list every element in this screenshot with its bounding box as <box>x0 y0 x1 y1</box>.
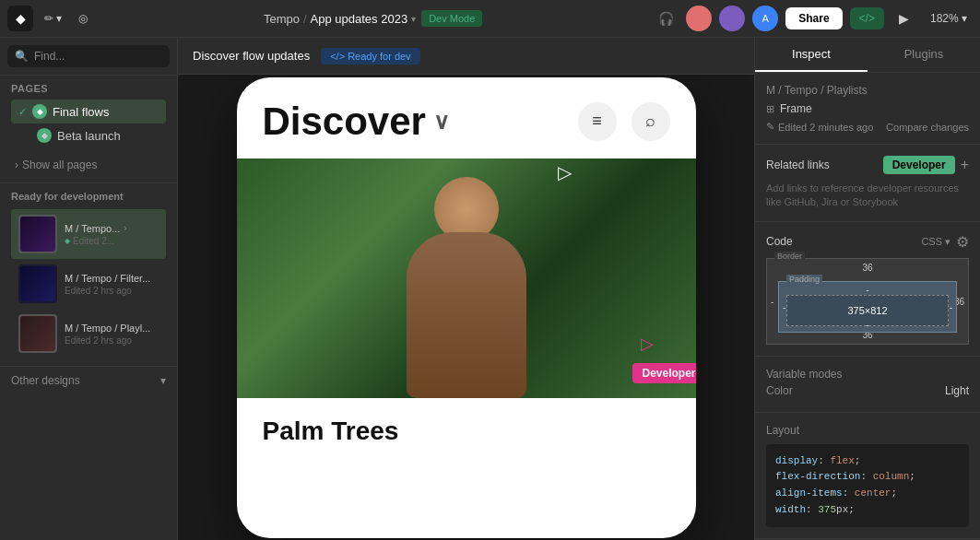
tab-plugins[interactable]: Plugins <box>868 38 980 72</box>
canvas: Discover flow updates </> Ready for dev … <box>178 38 754 540</box>
phone-search-button: ⌕ <box>632 102 670 141</box>
related-links-actions: Developer + <box>883 156 969 174</box>
phone-icons: ≡ ⌕ <box>578 102 670 141</box>
breadcrumb-sep1: / <box>303 12 307 26</box>
ready-for-dev-section: Ready for development M / Tempo... › ◆ E… <box>0 182 177 366</box>
flow-sub-0: ◆ Edited 2... <box>65 236 159 246</box>
other-designs-label: Other designs <box>11 374 80 387</box>
code-line-2: align-items: center; <box>775 486 960 502</box>
color-mode-label: Color <box>766 384 793 397</box>
search-box[interactable]: 🔍 Find... <box>7 45 170 67</box>
code-section: Code CSS ▾ ⚙ Border 36 36 36 - Padding <box>755 222 980 357</box>
flow-item-2[interactable]: M / Tempo / Playl... Edited 2 hrs ago <box>11 309 166 358</box>
check-icon: ✓ <box>18 106 27 118</box>
layout-title: Layout <box>766 424 969 437</box>
related-links-title: Related links <box>766 158 830 171</box>
compare-changes-link[interactable]: Compare changes <box>886 122 969 133</box>
padding-label: Padding <box>786 275 822 284</box>
plugins-dropdown[interactable]: ◎ <box>73 8 93 29</box>
variable-modes-title-row: Variable modes <box>766 368 969 381</box>
edited-row: ✎ Edited 2 minutes ago Compare changes <box>766 121 969 133</box>
related-links-header: Related links Developer + <box>766 156 969 174</box>
tools-dropdown-arrow: ▾ <box>56 12 62 25</box>
related-links-section: Related links Developer + Add links to r… <box>755 145 980 222</box>
flow-title-0: M / Tempo... <box>65 223 120 234</box>
zoom-level[interactable]: 182% ▾ <box>925 8 973 29</box>
flow-title-2: M / Tempo / Playl... <box>65 323 159 334</box>
panel-tabs: Inspect Plugins <box>755 38 980 73</box>
page-item-final-flows[interactable]: ✓ ◆ Final flows <box>11 100 166 123</box>
headphones-button[interactable]: 🎧 <box>653 6 679 31</box>
code-button[interactable]: </> <box>850 7 884 29</box>
flow-info-0: M / Tempo... › ◆ Edited 2... <box>65 223 159 246</box>
sidebar: 🔍 Find... Pages ✓ ◆ Final flows ◆ Beta l… <box>0 38 178 540</box>
show-all-arrow: › <box>15 158 18 171</box>
search-circle-icon: ◎ <box>78 12 88 25</box>
flow-info-1: M / Tempo / Filter... Edited 2 hrs ago <box>65 273 159 296</box>
flow-sub-icon-0: ◆ <box>65 237 70 245</box>
flow-item-1[interactable]: M / Tempo / Filter... Edited 2 hrs ago <box>11 259 166 309</box>
phone-bottom: Palm Trees <box>237 398 696 464</box>
phone-filter-button: ≡ <box>578 102 617 141</box>
code-label: Code <box>766 235 793 248</box>
developer-tab-highlight[interactable]: Developer <box>883 156 955 174</box>
flow-subtitle-2: Edited 2 hrs ago <box>65 335 132 346</box>
border-label: Border <box>774 252 805 261</box>
tools-dropdown[interactable]: ✏ ▾ <box>39 8 67 29</box>
edited-label: Edited 2 minutes ago <box>778 122 873 133</box>
other-designs-chevron: ▾ <box>160 374 166 387</box>
pad-right-value: - <box>950 301 952 311</box>
code-lang-arrow: ▾ <box>945 236 950 248</box>
code-line-1: flex-direction: column; <box>775 469 960 486</box>
topbar-center: Tempo / App updates 2023 ▾ Dev Mode <box>100 10 645 27</box>
phone-search-icon: ⌕ <box>645 112 655 131</box>
border-left-value: - <box>771 296 773 306</box>
flow-thumb-0 <box>18 215 57 253</box>
panel-path-section: M / Tempo / Playlists ⊞ Frame ✎ Edited 2… <box>755 73 980 145</box>
designer-cursor: ▷ <box>558 163 572 182</box>
code-lang-selector[interactable]: CSS ▾ <box>921 236 950 248</box>
share-button[interactable]: Share <box>785 7 842 29</box>
ready-for-dev-badge: </> Ready for dev <box>321 48 419 65</box>
phone-inner: Discover ∨ ≡ ⌕ <box>237 77 696 538</box>
code-block: display: flex; flex-direction: column; a… <box>766 444 969 527</box>
phone-header: Discover ∨ ≡ ⌕ <box>237 77 696 158</box>
topbar-left: ◆ ✏ ▾ ◎ <box>7 6 93 31</box>
flow-title-1: M / Tempo / Filter... <box>65 273 159 284</box>
flow-subtitle-1: Edited 2 hrs ago <box>65 286 132 296</box>
canvas-content[interactable]: ▷ Designer Discover ∨ ≡ <box>178 75 754 540</box>
box-model-inner: Padding - - - - 375×812 <box>778 281 957 333</box>
edit-icon: ✎ <box>766 121 774 133</box>
flow-item-0[interactable]: M / Tempo... › ◆ Edited 2... <box>11 209 166 259</box>
page-item-beta-launch[interactable]: ◆ Beta launch <box>11 123 166 147</box>
pad-bottom-value: - <box>866 320 868 330</box>
breadcrumb-project[interactable]: App updates 2023 <box>311 12 408 26</box>
tab-inspect[interactable]: Inspect <box>755 38 868 72</box>
border-top-value: 36 <box>862 263 872 273</box>
code-controls: CSS ▾ ⚙ <box>921 233 969 251</box>
variable-modes-section: Variable modes Color Light <box>755 357 980 413</box>
pages-section: Pages ✓ ◆ Final flows ◆ Beta launch <box>0 76 177 151</box>
phone-image <box>237 158 696 398</box>
avatar-1 <box>686 6 712 31</box>
panel-path: M / Tempo / Playlists <box>766 84 969 97</box>
other-designs-section[interactable]: Other designs ▾ <box>0 366 177 394</box>
frame-label: Frame <box>780 102 812 115</box>
phone-title-text: Discover <box>263 100 426 144</box>
pages-label: Pages <box>11 83 166 94</box>
app-logo[interactable]: ◆ <box>7 6 33 31</box>
layout-section: Layout display: flex; flex-direction: co… <box>755 413 980 538</box>
breadcrumb-dropdown-arrow[interactable]: ▾ <box>411 14 416 24</box>
related-links-description: Add links to reference developer resourc… <box>766 182 969 210</box>
flow-arrow-0: › <box>124 223 126 233</box>
page-icon-green-2: ◆ <box>37 128 52 143</box>
frame-row: ⊞ Frame <box>766 102 969 115</box>
search-icon: 🔍 <box>15 50 29 63</box>
filter-icon: ≡ <box>592 112 602 131</box>
add-link-button[interactable]: + <box>961 157 969 173</box>
show-all-button[interactable]: › Show all pages <box>7 155 170 175</box>
pad-top-value: - <box>866 285 868 295</box>
play-button[interactable]: ▶ <box>891 6 917 31</box>
code-settings-icon[interactable]: ⚙ <box>956 233 969 251</box>
avatar-3[interactable]: A <box>752 6 778 31</box>
